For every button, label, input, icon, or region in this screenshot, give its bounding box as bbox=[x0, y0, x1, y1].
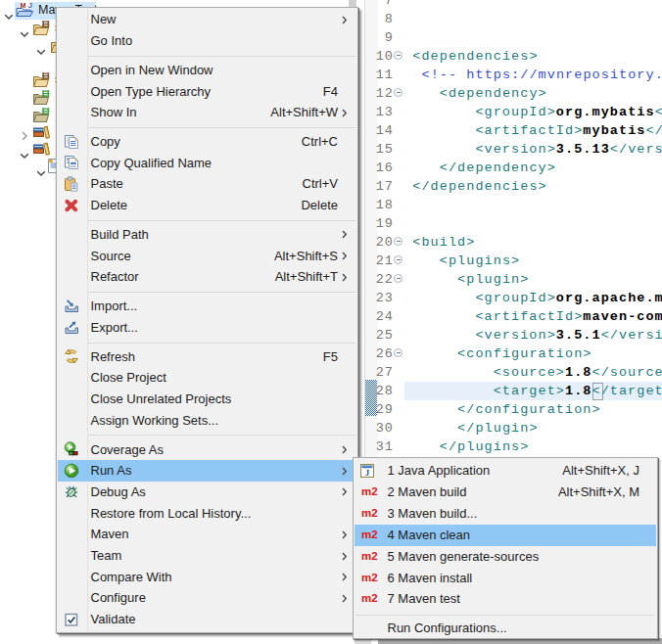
svg-text:J: J bbox=[28, 1, 32, 10]
svg-text:J: J bbox=[365, 468, 370, 478]
svg-text:M: M bbox=[21, 2, 26, 9]
